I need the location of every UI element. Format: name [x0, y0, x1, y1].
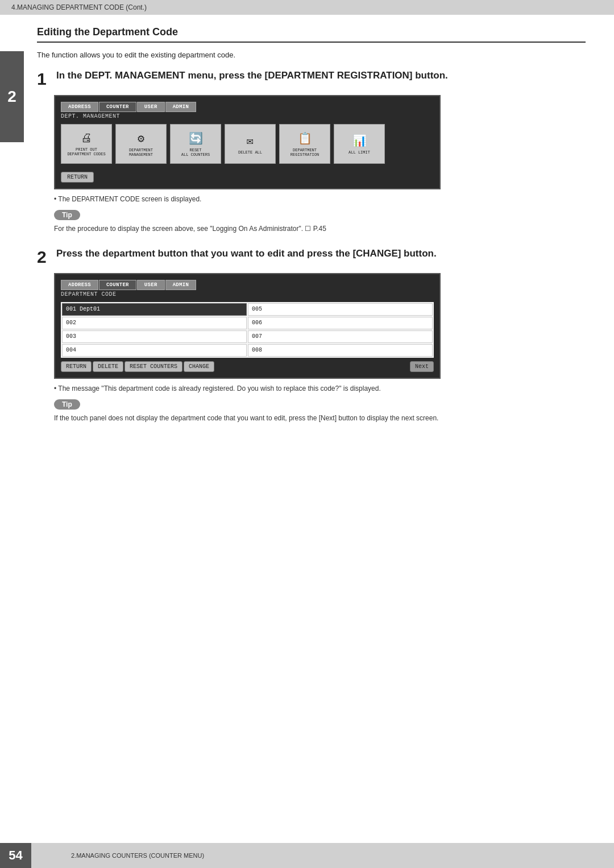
step2-delete-btn[interactable]: DELETE	[93, 361, 123, 372]
page-number: 54	[0, 843, 31, 868]
registration-icon: 📋	[298, 131, 312, 146]
step1-block: 1 In the DEPT. MANAGEMENT menu, press th…	[37, 69, 586, 234]
top-header-text: 4.MANAGING DEPARTMENT CODE (Cont.)	[11, 3, 147, 11]
footer-text: 2.MANAGING COUNTERS (COUNTER MENU)	[71, 852, 204, 859]
section-title: Editing the Department Code	[37, 26, 586, 43]
step1-bullet-note: • The DEPARTMENT CODE screen is displaye…	[54, 195, 586, 203]
dept-code-cell-005[interactable]: 005	[248, 303, 433, 316]
step1-return-btn[interactable]: RETURN	[61, 172, 94, 183]
step1-tab-bar: ADDRESS COUNTER USER ADMIN	[61, 102, 434, 112]
dept-icon-label-3: RESETALL COUNTERS	[181, 148, 210, 157]
print-icon: 🖨	[81, 131, 92, 145]
tab-admin-2[interactable]: ADMIN	[165, 280, 197, 290]
step2-block: 2 Press the department button that you w…	[37, 247, 586, 423]
dept-code-cell-003[interactable]: 003	[62, 330, 247, 343]
all-limit-icon: 📊	[352, 134, 367, 148]
step2-header: 2 Press the department button that you w…	[37, 247, 586, 266]
dept-icon-label-6: ALL LIMIT	[349, 150, 370, 155]
section-desc: The function allows you to edit the exis…	[37, 51, 586, 59]
dept-icon-registration[interactable]: 📋 DEPARTMENTREGISTRATION	[279, 124, 330, 164]
dept-icon-label-2: DEPARTMENTMANAGEMENT	[129, 148, 153, 157]
management-icon: ⚙️	[138, 131, 144, 146]
tab-counter-2[interactable]: COUNTER	[99, 280, 136, 290]
dept-icon-label-1: PRINT OUTDEPARTMENT CODES	[67, 147, 105, 156]
step2-bullet-text: The message "This department code is alr…	[58, 385, 380, 392]
dept-code-cell-006[interactable]: 006	[248, 317, 433, 329]
top-header: 4.MANAGING DEPARTMENT CODE (Cont.)	[0, 0, 614, 15]
dept-code-cell-001[interactable]: 001 Dept01	[62, 303, 247, 316]
dept-icon-reset[interactable]: 🔄 RESETALL COUNTERS	[170, 124, 221, 164]
step2-number: 2	[37, 247, 51, 266]
main-content: Editing the Department Code The function…	[31, 15, 597, 448]
page-footer: 54 2.MANAGING COUNTERS (COUNTER MENU)	[0, 843, 614, 868]
dept-code-grid: 001 Dept01 005 002 006 003 007 004 008	[61, 302, 434, 358]
tab-user-2[interactable]: USER	[137, 280, 165, 290]
dept-icon-label-4: DELETE ALL	[238, 150, 262, 155]
tab-admin-1[interactable]: ADMIN	[165, 102, 197, 112]
dept-icon-print-out[interactable]: 🖨 PRINT OUTDEPARTMENT CODES	[61, 124, 112, 164]
step1-screen-label: DEPT. MANAGEMENT	[61, 113, 434, 119]
step1-title: In the DEPT. MANAGEMENT menu, press the …	[56, 69, 448, 82]
step2-bottom-bar: RETURN DELETE RESET COUNTERS CHANGE Next	[61, 361, 434, 372]
step1-screen: ADDRESS COUNTER USER ADMIN DEPT. MANAGEM…	[54, 95, 441, 189]
dept-icon-management[interactable]: ⚙️ DEPARTMENTMANAGEMENT	[115, 124, 167, 164]
step2-reset-counters-btn[interactable]: RESET COUNTERS	[125, 361, 182, 372]
step1-tip-text: For the procedure to display the screen …	[54, 224, 586, 234]
step1-icons-row: 🖨 PRINT OUTDEPARTMENT CODES ⚙️ DEPARTMEN…	[61, 124, 434, 164]
tab-address-1[interactable]: ADDRESS	[61, 102, 98, 112]
step2-tip-text: If the touch panel does not display the …	[54, 413, 586, 423]
dept-icon-delete-all[interactable]: ✉ DELETE ALL	[225, 124, 276, 164]
step1-header: 1 In the DEPT. MANAGEMENT menu, press th…	[37, 69, 586, 88]
step2-bullet-note: • The message "This department code is a…	[54, 385, 586, 392]
step1-bullet-text: The DEPARTMENT CODE screen is displayed.	[58, 195, 201, 203]
reset-icon: 🔄	[189, 131, 203, 146]
step2-return-btn[interactable]: RETURN	[61, 361, 92, 372]
dept-code-cell-007[interactable]: 007	[248, 330, 433, 343]
step1-number: 1	[37, 69, 51, 88]
dept-code-cell-002[interactable]: 002	[62, 317, 247, 329]
step2-screen-label: DEPARTMENT CODE	[61, 291, 434, 297]
tab-user-1[interactable]: USER	[137, 102, 165, 112]
dept-code-cell-004[interactable]: 004	[62, 344, 247, 357]
step2-change-btn[interactable]: CHANGE	[184, 361, 214, 372]
step2-screen: ADDRESS COUNTER USER ADMIN DEPARTMENT CO…	[54, 273, 441, 379]
step2-title: Press the department button that you wan…	[56, 247, 437, 260]
tab-address-2[interactable]: ADDRESS	[61, 280, 98, 290]
step1-tip-label: Tip	[54, 210, 80, 220]
dept-icon-label-5: DEPARTMENTREGISTRATION	[291, 148, 319, 157]
chapter-tab: 2	[0, 51, 24, 142]
tab-counter-1[interactable]: COUNTER	[99, 102, 136, 112]
dept-icon-all-limit[interactable]: 📊 ALL LIMIT	[334, 124, 385, 164]
step2-tip: Tip If the touch panel does not display …	[54, 399, 586, 423]
chapter-number: 2	[7, 88, 16, 106]
dept-code-cell-008[interactable]: 008	[248, 344, 433, 357]
step2-tip-label: Tip	[54, 399, 80, 410]
step2-next-btn[interactable]: Next	[410, 361, 434, 372]
step1-tip: Tip For the procedure to display the scr…	[54, 210, 586, 234]
step2-tab-bar: ADDRESS COUNTER USER ADMIN	[61, 280, 434, 290]
delete-all-icon: ✉	[247, 134, 254, 148]
